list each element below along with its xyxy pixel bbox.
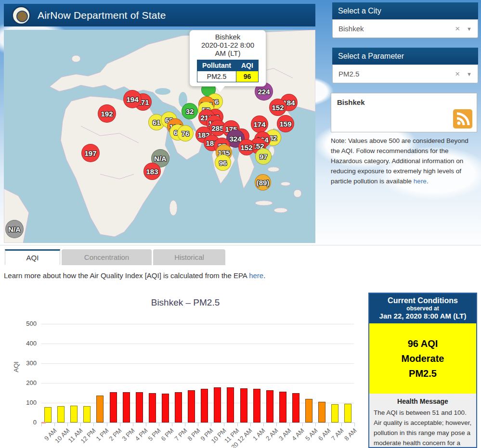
- aqi-bar-10-pm: [214, 387, 221, 422]
- aqi-bar-6-am: [318, 402, 325, 422]
- x-tick: [172, 423, 172, 426]
- aqi-bar-chart: Bishkek – PM2.5 AQI 01002003004005009 AM…: [0, 289, 367, 448]
- aqi-bar-5-pm: [149, 393, 156, 423]
- aqi-bar-20-12-am: [240, 388, 247, 422]
- aqi-bar-3-am: [279, 392, 286, 422]
- tab-historical[interactable]: Historical: [153, 249, 225, 265]
- aqi-parameter: PM2.5: [369, 366, 476, 381]
- aqi-marker[interactable]: 192: [98, 104, 116, 123]
- aqi-marker[interactable]: 76: [177, 125, 194, 141]
- y-tick-label: 100: [20, 399, 37, 406]
- city-select[interactable]: Bishkek × ▼: [332, 19, 478, 38]
- city-select-value: Bishkek: [338, 25, 455, 33]
- y-tick-label: 500: [20, 320, 37, 327]
- aqi-bar-1-pm: [96, 396, 104, 422]
- x-tick: [185, 423, 185, 426]
- popup-datetime: 2020-01-22 8:00 AM (LT): [196, 41, 259, 58]
- aqi-bar-9-pm: [201, 389, 208, 422]
- x-tick: [302, 423, 303, 426]
- aqi-marker[interactable]: 152: [269, 99, 286, 116]
- aqi-marker[interactable]: (89): [255, 174, 271, 191]
- note-suffix: .: [427, 178, 429, 185]
- popup-pollutant-value: PM2.5: [197, 71, 236, 82]
- tab-concentration[interactable]: Concentration: [62, 249, 152, 265]
- gridline: [41, 324, 354, 324]
- popup-aqi-value: 96: [236, 71, 259, 82]
- city-feed-box: Bishkek: [331, 93, 477, 132]
- x-tick: [276, 423, 277, 426]
- x-tick: [237, 423, 238, 426]
- parameter-select[interactable]: PM2.5 × ▼: [332, 64, 478, 83]
- gridline: [41, 383, 354, 384]
- select-city-header: Select a City: [332, 2, 478, 19]
- aqi-bar-6-pm: [162, 394, 169, 422]
- select-parameter-label: Select a Parameter: [338, 52, 404, 61]
- x-tick: [224, 423, 224, 426]
- chevron-down-icon[interactable]: ▼: [467, 26, 472, 32]
- x-tick: [93, 423, 94, 426]
- chevron-down-icon[interactable]: ▼: [467, 71, 472, 77]
- aqi-marker[interactable]: N/A: [5, 220, 24, 238]
- x-tick: [198, 423, 198, 426]
- aqi-marker[interactable]: 152: [238, 139, 255, 155]
- popup-city: Bishkek: [190, 33, 266, 41]
- aqi-bar-2-am: [266, 390, 273, 422]
- app-header: AirNow Department of State: [4, 4, 315, 26]
- aqi-bar-12-pm: [83, 406, 91, 422]
- x-tick: [328, 423, 329, 426]
- aqi-bar-9-am: [44, 407, 52, 422]
- map-popup: Bishkek 2020-01-22 8:00 AM (LT) Pollutan…: [189, 30, 266, 87]
- aqi-bar-3-pm: [123, 392, 130, 422]
- aqi-bar-8-am: [344, 404, 351, 422]
- clear-parameter-icon[interactable]: ×: [455, 69, 460, 79]
- aqi-bar-8-pm: [188, 390, 195, 422]
- aqi-marker[interactable]: 194: [123, 90, 142, 108]
- x-tick: [289, 423, 290, 426]
- x-tick: [315, 423, 316, 426]
- x-tick: [211, 423, 211, 426]
- x-tick: [354, 423, 355, 426]
- x-tick: [54, 423, 55, 426]
- aqi-marker[interactable]: 96: [215, 154, 231, 171]
- y-tick-label: 200: [20, 379, 37, 386]
- aqi-bar-2-pm: [110, 392, 117, 422]
- select-parameter-header: Select a Parameter: [332, 48, 478, 64]
- y-tick-label: 0: [20, 419, 37, 426]
- aqi-world-map[interactable]: 171194192197N/A183N/A6168104627632961365…: [4, 30, 315, 243]
- aqi-summary-box: 96 AQI Moderate PM2.5: [369, 323, 476, 394]
- aqi-bar-5-am: [305, 399, 312, 422]
- learn-more-suffix: .: [263, 271, 265, 280]
- tab-aqi[interactable]: AQI: [5, 249, 60, 265]
- x-tick: [107, 423, 107, 426]
- popup-table: Pollutant AQI PM2.5 96: [197, 60, 259, 82]
- health-message-body: The AQI is between 51 and 100. Air quali…: [374, 408, 472, 448]
- aqi-marker[interactable]: 32: [182, 103, 198, 119]
- learn-more-body: Learn more about how the Air Quality Ind…: [4, 271, 249, 280]
- note-here-link[interactable]: here: [414, 178, 427, 185]
- gridline: [41, 344, 354, 344]
- chart-y-axis-label: AQI: [13, 361, 20, 372]
- x-tick: [41, 423, 42, 426]
- aqi-marker[interactable]: 159: [277, 115, 294, 132]
- clear-city-icon[interactable]: ×: [455, 24, 460, 34]
- aqi-marker[interactable]: 197: [81, 144, 100, 162]
- x-tick: [250, 423, 251, 426]
- airnow-page: AirNow Department of State 171194192197N…: [0, 0, 481, 448]
- chart-artifact-mark: [41, 422, 46, 423]
- learn-more-text: Learn more about how the Air Quality Ind…: [4, 271, 265, 280]
- aqi-marker[interactable]: 174: [251, 115, 268, 133]
- rss-icon[interactable]: [453, 109, 472, 128]
- aqi-bar-1-am: [253, 389, 260, 422]
- observed-at-label: observed at: [370, 305, 475, 312]
- x-tick: [159, 423, 159, 426]
- observed-datetime: Jan 22, 2020 8:00 AM (LT): [370, 312, 475, 320]
- aqi-marker[interactable]: 97: [255, 148, 272, 165]
- aqi-marker[interactable]: 183: [143, 163, 161, 180]
- x-tick: [341, 423, 342, 426]
- aqi-bar-11-am: [70, 406, 78, 422]
- learn-more-here-link[interactable]: here: [249, 271, 263, 280]
- health-message-section: Health Message The AQI is between 51 and…: [369, 394, 476, 448]
- dos-seal-logo: [12, 6, 31, 25]
- aqi-bar-11-pm: [227, 387, 234, 422]
- y-tick-label: 400: [20, 340, 37, 347]
